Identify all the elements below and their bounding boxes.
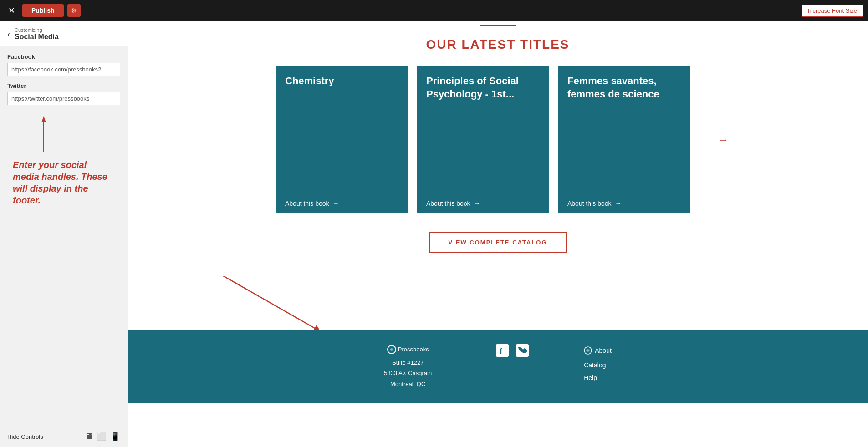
sidebar-content: Facebook Twitter Enter your social media… [0, 46, 128, 426]
book-title-2: Principles of Social Psychology - 1st... [426, 75, 540, 101]
footer-address: Pressbooks Suite #1227 5333 Av. Casgrain… [384, 344, 450, 389]
site-footer: Pressbooks Suite #1227 5333 Av. Casgrain… [128, 330, 868, 403]
catalog-section: VIEW COMPLETE CATALOG [128, 213, 868, 276]
footer-address-line-0: Pressbooks [384, 344, 432, 357]
view-icons: 🖥 ⬜ 📱 [85, 432, 120, 442]
about-label-1: About this book [285, 200, 329, 207]
sidebar-header: ‹ Customizing Social Media [0, 21, 128, 46]
book-card-femmes[interactable]: Femmes savantes, femmes de science About… [558, 66, 690, 213]
desktop-icon[interactable]: 🖥 [85, 432, 93, 442]
next-arrow[interactable]: → [709, 133, 738, 146]
scroll-indicator [128, 21, 868, 28]
about-label-3: About this book [567, 200, 612, 207]
book-cover-1: Chemistry [276, 66, 408, 193]
back-arrow-icon[interactable]: ‹ [7, 30, 10, 39]
annotation-text: Enter your social media handles. These w… [7, 159, 120, 206]
book-cover-2: Principles of Social Psychology - 1st... [417, 66, 549, 193]
main-layout: ‹ Customizing Social Media Facebook Twit… [0, 21, 868, 447]
twitter-icon[interactable] [516, 344, 529, 357]
scroll-bar [480, 25, 516, 26]
publish-button[interactable]: Publish [22, 4, 64, 17]
footer-address-line-3: Montreal, QC [384, 379, 432, 389]
hide-controls-button[interactable]: Hide Controls [7, 433, 43, 440]
book-footer-3[interactable]: About this book → [558, 193, 690, 213]
mobile-icon[interactable]: 📱 [110, 432, 120, 442]
books-grid: Chemistry About this book → Principles o… [258, 66, 709, 213]
book-title-3: Femmes savantes, femmes de science [567, 75, 681, 101]
svg-text:f: f [500, 347, 503, 356]
footer-help-label: Help [584, 374, 597, 381]
about-arrow-2: → [474, 200, 480, 207]
sidebar-title: Social Media [15, 33, 59, 41]
tablet-icon[interactable]: ⬜ [97, 432, 107, 442]
book-footer-2[interactable]: About this book → [417, 193, 549, 213]
svg-rect-5 [496, 344, 509, 357]
book-title-1: Chemistry [285, 75, 334, 88]
footer-address-line-2: 5333 Av. Casgrain [384, 368, 432, 378]
facebook-label: Facebook [7, 53, 120, 60]
footer-social: f [478, 344, 547, 357]
about-arrow-1: → [333, 200, 339, 207]
catalog-button[interactable]: VIEW COMPLETE CATALOG [429, 232, 566, 253]
footer-catalog-link[interactable]: Catalog [584, 359, 612, 371]
customizing-label: Customizing [15, 27, 59, 33]
footer-address-line-1: Suite #1227 [384, 357, 432, 368]
sidebar-footer: Hide Controls 🖥 ⬜ 📱 [0, 426, 128, 447]
footer-help-link[interactable]: Help [584, 371, 612, 384]
footer-about-link[interactable]: About [584, 344, 612, 359]
section-title: OUR LATEST TITLES [128, 28, 868, 66]
book-footer-1[interactable]: About this book → [276, 193, 408, 213]
twitter-label: Twitter [7, 82, 120, 89]
footer-catalog-label: Catalog [584, 361, 606, 369]
increase-font-button[interactable]: Increase Font Size [802, 5, 863, 17]
svg-marker-1 [41, 116, 46, 122]
pressbooks-icon [584, 346, 592, 355]
close-button[interactable]: ✕ [5, 4, 19, 17]
about-arrow-3: → [615, 200, 622, 207]
hide-controls-label: Hide Controls [7, 433, 43, 440]
facebook-icon[interactable]: f [496, 344, 509, 357]
about-label-2: About this book [426, 200, 470, 207]
sidebar: ‹ Customizing Social Media Facebook Twit… [0, 21, 128, 447]
pressbooks-logo-icon: Pressbooks [387, 344, 429, 355]
twitter-input[interactable] [7, 92, 120, 105]
book-card-chemistry[interactable]: Chemistry About this book → [276, 66, 408, 213]
facebook-input[interactable] [7, 63, 120, 76]
book-card-psychology[interactable]: Principles of Social Psychology - 1st...… [417, 66, 549, 213]
book-cover-3: Femmes savantes, femmes de science [558, 66, 690, 193]
top-bar: ✕ Publish ⚙ Increase Font Size [0, 0, 868, 21]
top-bar-left: ✕ Publish ⚙ [5, 4, 81, 17]
footer-about-label: About [595, 344, 612, 357]
gear-button[interactable]: ⚙ [67, 4, 81, 17]
footer-links: About Catalog Help [575, 344, 612, 384]
sidebar-header-text: Customizing Social Media [15, 27, 59, 41]
main-content: OUR LATEST TITLES Chemistry About this b… [128, 21, 868, 447]
svg-line-2 [128, 276, 319, 330]
